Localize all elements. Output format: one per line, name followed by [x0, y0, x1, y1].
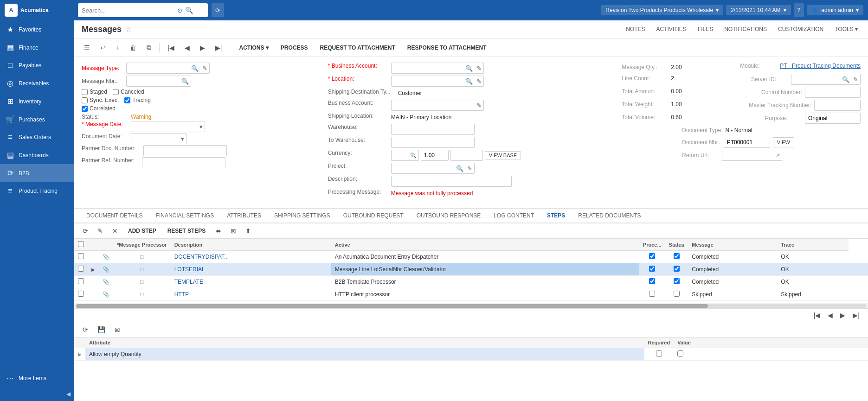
- first-button[interactable]: |◀: [163, 42, 179, 54]
- business-account-edit-icon[interactable]: ✎: [475, 65, 483, 72]
- last-button[interactable]: ▶|: [211, 42, 226, 54]
- customization-button[interactable]: CUSTOMIZATION: [775, 24, 826, 34]
- attr-value-checkbox[interactable]: [677, 350, 683, 356]
- files-button[interactable]: FILES: [695, 24, 716, 34]
- active-checkbox[interactable]: [649, 266, 655, 272]
- prev-button[interactable]: ◀: [180, 42, 194, 54]
- process-checkbox[interactable]: [674, 278, 680, 284]
- purpose-select[interactable]: Original: [805, 113, 861, 124]
- business-account-search-icon[interactable]: 🔍: [463, 65, 475, 72]
- row-process-cell[interactable]: [665, 263, 688, 276]
- currency-search-icon[interactable]: 🔍: [408, 153, 418, 159]
- location-field[interactable]: MAIN - Primary Location: [392, 76, 463, 86]
- sidebar-item-product-tracing[interactable]: ≡ Product Tracing: [0, 182, 74, 200]
- return-url-external-icon[interactable]: ↗: [774, 153, 782, 159]
- process-checkbox[interactable]: [674, 291, 680, 297]
- date-selector[interactable]: 2/11/2021 10:44 AM ▾: [726, 5, 791, 15]
- refresh-button[interactable]: ⟳: [80, 226, 91, 236]
- tracing-checkbox-group[interactable]: Tracing: [124, 97, 151, 103]
- sidebar-item-more[interactable]: ⋯ More Items: [0, 369, 74, 387]
- tab-outbound-request[interactable]: OUTBOUND REQUEST: [337, 209, 410, 223]
- select-all-checkbox[interactable]: [78, 241, 84, 247]
- server-id-field[interactable]: BABELWAY - Babelway: [791, 75, 840, 84]
- project-edit-icon[interactable]: ✎: [465, 165, 474, 172]
- delete-button[interactable]: 🗑: [126, 42, 141, 54]
- sidebar-item-payables[interactable]: □ Payables: [0, 57, 74, 74]
- process-button[interactable]: PROCESS: [276, 42, 313, 53]
- document-date-input[interactable]: 2/10/2021 ▾: [131, 133, 186, 144]
- copy-button[interactable]: ⧉: [142, 41, 155, 54]
- notifications-button[interactable]: NOTIFICATIONS: [721, 24, 770, 34]
- search-input[interactable]: [82, 7, 174, 14]
- row-checkbox[interactable]: [78, 266, 84, 272]
- view-base-button[interactable]: VIEW BASE: [485, 151, 521, 159]
- attr-required-checkbox[interactable]: [656, 350, 662, 356]
- message-date-input[interactable]: 2/10/2021 7:17 PM ▾: [131, 121, 205, 132]
- bottom-last-button[interactable]: ▶|: [850, 311, 862, 320]
- favorite-icon[interactable]: ☆: [125, 25, 132, 34]
- message-type-search-icon[interactable]: 🔍: [189, 65, 200, 72]
- process-checkbox[interactable]: [674, 266, 680, 272]
- bottom-hide-button[interactable]: ⊠: [112, 325, 123, 335]
- message-date-dropdown-icon[interactable]: ▾: [198, 123, 205, 130]
- tab-document-details[interactable]: DOCUMENT DETAILS: [80, 209, 149, 223]
- row-expand-cell[interactable]: [88, 251, 99, 263]
- tab-attributes[interactable]: ATTRIBUTES: [220, 209, 268, 223]
- sidebar-item-purchases[interactable]: 🛒 Purchases: [0, 110, 74, 128]
- active-checkbox[interactable]: [649, 253, 655, 259]
- sidebar-item-sales-orders[interactable]: ≡ Sales Orders: [0, 128, 74, 146]
- message-type-input[interactable]: OUPTEASN - Outbound Prod 🔍 ✎: [126, 63, 210, 74]
- currency-input[interactable]: USD - 🔍: [391, 150, 419, 161]
- row-select-cell[interactable]: [74, 263, 88, 276]
- project-search-icon[interactable]: 🔍: [454, 165, 465, 172]
- row-process-cell[interactable]: [665, 251, 688, 263]
- row-active-cell[interactable]: [639, 288, 665, 301]
- sidebar-toggle[interactable]: ◀: [0, 387, 74, 401]
- row-expand-cell[interactable]: [88, 276, 99, 288]
- cancelled-checkbox[interactable]: [113, 89, 119, 95]
- request-attachment-button[interactable]: REQUEST TO ATTACHMENT: [315, 42, 400, 53]
- response-attachment-button[interactable]: RESPONSE TO ATTACHMENT: [402, 42, 492, 53]
- return-url-input[interactable]: ↗: [722, 150, 782, 161]
- currency-field[interactable]: USD -: [392, 151, 408, 159]
- search-bar[interactable]: ⊙ 🔍: [78, 3, 208, 17]
- description-field[interactable]: [391, 176, 512, 187]
- warehouse-field[interactable]: [391, 124, 475, 135]
- hide-cols-button[interactable]: ⊠: [228, 226, 239, 236]
- sidebar-item-dashboards[interactable]: ▤ Dashboards: [0, 146, 74, 164]
- sidebar-item-finance[interactable]: ▦ Finance: [0, 38, 74, 57]
- location-search-icon[interactable]: 🔍: [463, 78, 475, 85]
- sync-exec-checkbox[interactable]: [82, 97, 88, 103]
- attr-row-expand[interactable]: ▶: [74, 348, 85, 361]
- location-input[interactable]: MAIN - Primary Location 🔍 ✎: [391, 76, 484, 87]
- app-logo[interactable]: A Acumatica: [5, 4, 74, 17]
- row-checkbox[interactable]: [78, 278, 84, 284]
- company-selector[interactable]: Revision Two Products Products Wholesale…: [601, 5, 723, 15]
- add-button[interactable]: +: [112, 42, 124, 54]
- cancel-button[interactable]: ✕: [109, 226, 121, 236]
- horizontal-scrollbar[interactable]: [74, 303, 868, 308]
- document-nbr-field[interactable]: [724, 137, 770, 148]
- document-date-dropdown-icon[interactable]: ▾: [179, 135, 186, 142]
- row-checkbox[interactable]: [78, 253, 84, 259]
- staged-checkbox-group[interactable]: Staged: [82, 89, 107, 95]
- actions-button[interactable]: ACTIONS ▾: [234, 42, 273, 53]
- active-checkbox[interactable]: [649, 291, 655, 297]
- staged-checkbox[interactable]: [82, 89, 88, 95]
- scrollbar-thumb[interactable]: [76, 304, 708, 308]
- message-date-field[interactable]: 2/10/2021 7:17 PM: [131, 122, 198, 131]
- bottom-save-button[interactable]: 💾: [95, 325, 108, 335]
- project-input[interactable]: 🔍 ✎: [391, 163, 475, 174]
- reset-steps-button[interactable]: RESET STEPS: [164, 226, 210, 236]
- bottom-first-button[interactable]: |◀: [811, 311, 823, 320]
- bottom-refresh-button[interactable]: ⟳: [80, 325, 91, 335]
- row-expand-cell[interactable]: ▶: [88, 263, 99, 276]
- tab-outbound-response[interactable]: OUTBOUND RESPONSE: [410, 209, 488, 223]
- notes-button[interactable]: NOTES: [623, 24, 648, 34]
- search-icon[interactable]: 🔍: [185, 6, 193, 14]
- message-nbr-input[interactable]: 000002 🔍: [126, 76, 191, 87]
- ba2-edit-icon[interactable]: ✎: [475, 102, 483, 109]
- project-field[interactable]: [392, 164, 454, 173]
- scrollbar-track[interactable]: [76, 304, 866, 308]
- edit-button[interactable]: ✎: [95, 226, 106, 236]
